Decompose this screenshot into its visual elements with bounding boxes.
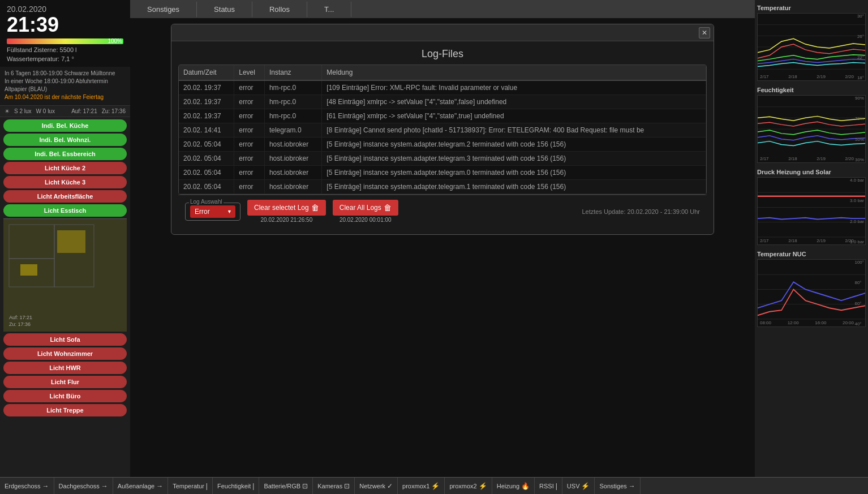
chart-feuchtigkeit-area: 90% 70% 50% 30% 2/17 2/18 2/19 2/20 <box>757 95 866 163</box>
svg-rect-0 <box>9 225 54 259</box>
reminders-area: In 6 Tagen 18:00-19:00 Schwarze Mülltonn… <box>0 67 130 106</box>
square-icon-1: ⊡ <box>302 482 308 490</box>
clock-area: 20.02.2020 21:39 100% Füllstand Zisterne… <box>0 0 130 67</box>
chart-druck-x: 2/17 2/18 2/19 2/20 <box>760 238 854 243</box>
table-cell-level: error <box>234 166 265 180</box>
light-btn-indi-wohnzi[interactable]: Indi. Bel. Wohnzi. <box>3 134 127 146</box>
bottom-nav-netzwerk[interactable]: Netzwerk ✓ <box>355 478 398 494</box>
tank-line1: Füllstand Zisterne: 5500 l <box>7 46 123 53</box>
svg-rect-4 <box>57 230 85 253</box>
arrow-right-icon-1: → <box>42 482 49 490</box>
bottom-nav-batterie-label: Batterie/RGB <box>264 483 300 489</box>
bottom-nav-proxmox2[interactable]: proxmox2 ⚡ <box>445 478 492 494</box>
bottom-nav: Erdgeschoss → Dachgeschoss → Außenanlage… <box>0 477 868 494</box>
table-cell-datetime: 20.02. 05:04 <box>179 138 234 152</box>
light-btn-kueche2[interactable]: Licht Küche 2 <box>3 162 127 174</box>
bottom-nav-feuchtigkeit[interactable]: Feuchtigkeit | <box>213 478 259 494</box>
lightning-icon-2: ⚡ <box>479 482 487 490</box>
update-info: Letztes Update: 20.02.2020 - 21:39:00 Uh… <box>582 208 700 215</box>
log-table-wrap[interactable]: Datum/Zeit Level Instanz Meldung 20.02. … <box>178 65 707 195</box>
lightning-icon-3: ⚡ <box>581 482 590 490</box>
chart-temp-nuc: Temperatur NUC 100° 80° 60° 40° 08:00 12… <box>757 251 866 327</box>
table-cell-meldung: [8 Einträge] Cannot send photo [chatId -… <box>322 123 706 138</box>
light-btn-flur[interactable]: Licht Flur <box>3 376 127 388</box>
clock-date: 20.02.2020 <box>7 5 123 14</box>
table-cell-meldung: [48 Einträge] xmlrpc -> setValue ["4","s… <box>322 95 706 109</box>
reminder-3: Altpapier (BLAU) <box>5 86 126 92</box>
bottom-nav-proxmox1-label: proxmox1 <box>402 483 429 489</box>
light-btn-hwr[interactable]: Licht HWR <box>3 362 127 374</box>
clear-all-logs-button[interactable]: Clear All Logs 🗑 <box>333 200 398 216</box>
bottom-nav-erdgeschoss[interactable]: Erdgeschoss → <box>0 478 54 494</box>
table-cell-level: error <box>234 123 265 138</box>
chart-temperatur-title: Temperatur <box>757 5 866 11</box>
bottom-nav-usv[interactable]: USV ⚡ <box>562 478 595 494</box>
chart-temp-nuc-y: 100° 80° 60° 40° <box>854 260 864 327</box>
reminder-1: In 6 Tagen 18:00-19:00 Schwarze Mülltonn… <box>5 70 126 76</box>
table-cell-meldung: [109 Einträge] Error: XML-RPC fault: Inv… <box>322 80 706 95</box>
top-nav: Sonstiges Status Rollos T... <box>130 0 755 18</box>
chart-feuchtigkeit: Feuchtigkeit 90% 70% 50% 30% 2/17 <box>757 87 866 163</box>
tank-line2: Wassertemperatur: 7,1 ° <box>7 55 123 62</box>
floorplan-mini: Auf: 17:21 Zu: 17:36 <box>3 218 127 332</box>
chart-druck-title: Druck Heizung und Solar <box>757 169 866 175</box>
bottom-nav-batterie[interactable]: Batterie/RGB ⊡ <box>259 478 313 494</box>
bottom-nav-netzwerk-label: Netzwerk <box>359 483 385 489</box>
table-row: 20.02. 19:37errorhm-rpc.0[61 Einträge] x… <box>179 109 706 123</box>
bottom-nav-dachgeschoss[interactable]: Dachgeschoss → <box>54 478 113 494</box>
light-btn-buero[interactable]: Licht Büro <box>3 390 127 402</box>
table-cell-level: error <box>234 80 265 95</box>
bottom-nav-proxmox1[interactable]: proxmox1 ⚡ <box>398 478 445 494</box>
table-cell-datetime: 20.02. 05:04 <box>179 166 234 180</box>
light-btn-indi-kueche[interactable]: Indi. Bel. Küche <box>3 119 127 132</box>
table-cell-level: error <box>234 109 265 123</box>
light-btn-kueche3[interactable]: Licht Küche 3 <box>3 176 127 188</box>
lights-buttons-area: Indi. Bel. Küche Indi. Bel. Wohnzi. Indi… <box>0 117 130 494</box>
table-row: 20.02. 14:41errortelegram.0[8 Einträge] … <box>179 123 706 138</box>
table-cell-meldung: [61 Einträge] xmlrpc -> setValue ["4","s… <box>322 109 706 123</box>
log-select[interactable]: Error Info Debug Warn <box>190 205 235 218</box>
clear-selected-log-button[interactable]: Clear selectet Log 🗑 <box>247 200 326 216</box>
light-btn-treppe[interactable]: Licht Treppe <box>3 404 127 416</box>
light-btn-indi-essbereich[interactable]: Indi. Bel. Essbereich <box>3 148 127 160</box>
tank-progress-bar: 100% <box>7 38 123 44</box>
table-row: 20.02. 05:04errorhost.iobroker[5 Einträg… <box>179 152 706 166</box>
bottom-nav-aussenanlage[interactable]: Außenanlage → <box>113 478 168 494</box>
bottom-nav-proxmox2-label: proxmox2 <box>449 483 476 489</box>
light-btn-esstisch[interactable]: Licht Esstisch <box>3 204 127 217</box>
sun-info: ☀ S 2 lux W 0 lux Auf: 17:21 Zu: 17:36 <box>0 106 130 117</box>
bottom-nav-kameras-label: Kameras <box>317 483 342 489</box>
light-btn-sofa[interactable]: Licht Sofa <box>3 333 127 346</box>
bottom-nav-sonstiges[interactable]: Sonstiges → <box>595 478 640 494</box>
top-nav-rollos[interactable]: Rollos <box>252 2 307 17</box>
top-nav-status[interactable]: Status <box>197 2 252 17</box>
table-row: 20.02. 05:04errorhost.iobroker[5 Einträg… <box>179 180 706 194</box>
top-nav-t[interactable]: T... <box>307 2 351 17</box>
trash-icon-all: 🗑 <box>384 203 392 212</box>
bottom-nav-kameras[interactable]: Kameras ⊡ <box>313 478 355 494</box>
table-cell-datetime: 20.02. 19:37 <box>179 80 234 95</box>
bottom-nav-temperatur[interactable]: Temperatur | <box>168 478 213 494</box>
sun-zu: Zu: 17:36 <box>102 108 126 114</box>
light-btn-wohnzimmer[interactable]: Licht Wohnzimmer <box>3 347 127 360</box>
modal-title: Log-Files <box>171 41 714 65</box>
bottom-nav-rssi[interactable]: RSSI | <box>535 478 562 494</box>
chart-druck: Druck Heizung und Solar 4.0 bar 3.0 bar … <box>757 169 866 245</box>
chart-temperatur-area: 30° 26° 22° 18° 2/17 2/18 2/19 2/20 <box>757 13 866 81</box>
modal-footer: Log Auswahl Error Info Debug Warn Clear … <box>178 195 707 227</box>
chart-temperatur-y: 30° 26° 22° 18° <box>857 14 864 80</box>
right-panel: Temperatur 30° 26° 22° 18° <box>755 0 868 494</box>
reminder-2: In einer Woche 18:00-19:00 Abfuhrtermin <box>5 78 126 84</box>
log-select-wrap: Error Info Debug Warn <box>190 205 235 218</box>
clear-all-btn-wrap: Clear All Logs 🗑 20.02.2020 00:01:00 <box>333 200 398 223</box>
table-cell-meldung: [5 Einträge] instance system.adapter.tel… <box>322 152 706 166</box>
arrow-right-icon-4: → <box>629 482 635 490</box>
bottom-nav-heizung[interactable]: Heizung 🔥 <box>492 478 535 494</box>
top-nav-sonstiges[interactable]: Sonstiges <box>130 2 197 17</box>
table-cell-instanz: telegram.0 <box>264 123 321 138</box>
light-btn-arbeitsflaeche[interactable]: Licht Arbeitsfläche <box>3 190 127 203</box>
trash-icon-selected: 🗑 <box>311 203 319 212</box>
chart-temp-nuc-area: 100° 80° 60° 40° 08:00 12:00 16:00 20:00 <box>757 259 866 327</box>
table-cell-instanz: host.iobroker <box>264 152 321 166</box>
modal-close-button[interactable]: ✕ <box>699 27 710 38</box>
